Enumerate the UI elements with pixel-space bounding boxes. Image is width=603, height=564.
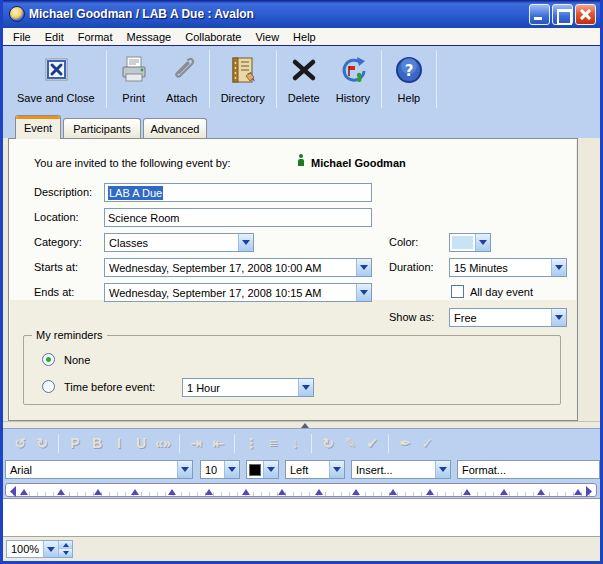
delete-button[interactable]: Delete — [280, 46, 328, 112]
chevron-down-icon — [356, 259, 371, 276]
save-and-close-button[interactable]: Save and Close — [9, 46, 103, 112]
format-dropdown[interactable]: Format... — [457, 460, 600, 479]
color-swatch — [452, 236, 473, 249]
tab-stop-marker[interactable] — [352, 489, 360, 495]
tab-stop-marker[interactable] — [278, 489, 286, 495]
tab-stop-marker[interactable] — [389, 489, 397, 495]
tab-stop-marker[interactable] — [131, 489, 139, 495]
tab-stop-marker[interactable] — [500, 489, 508, 495]
show-as-dropdown[interactable]: Free — [449, 308, 567, 327]
title-bar[interactable]: Michael Goodman / LAB A Due : Avalon — [3, 0, 600, 28]
attach-icon — [166, 51, 198, 89]
reminder-time-radio[interactable] — [42, 380, 55, 393]
menu-file[interactable]: File — [6, 30, 38, 44]
tab-participants[interactable]: Participants — [63, 118, 141, 138]
signature-icon: ✒ — [394, 435, 416, 451]
tab-stop-marker[interactable] — [242, 489, 250, 495]
font-size-dropdown[interactable]: 10 — [200, 460, 240, 479]
tab-stop-marker[interactable] — [20, 489, 28, 495]
history-button[interactable]: History — [328, 46, 378, 112]
toolbar-separator — [381, 50, 382, 108]
insert-down-icon: ↓ — [284, 435, 306, 451]
tab-stop-marker[interactable] — [94, 489, 102, 495]
directory-button[interactable]: Directory — [213, 46, 273, 112]
starts-at-label: Starts at: — [34, 261, 78, 273]
zoom-dropdown-button[interactable] — [43, 541, 58, 557]
tab-stop-marker[interactable] — [315, 489, 323, 495]
alignment-dropdown[interactable]: Left — [285, 460, 345, 479]
tab-stop-marker[interactable] — [168, 489, 176, 495]
zoom-spinner[interactable] — [58, 541, 72, 557]
history-icon — [337, 51, 369, 89]
reminder-none-radio[interactable] — [42, 353, 55, 366]
message-body[interactable] — [3, 498, 600, 536]
italic-icon: I — [108, 435, 130, 451]
font-color-dropdown[interactable] — [246, 460, 279, 479]
tab-strip: Event Participants Advanced — [3, 112, 600, 138]
right-margin-marker[interactable] — [586, 486, 592, 497]
insert-dropdown[interactable]: Insert... — [351, 460, 451, 479]
tab-stop-marker[interactable] — [574, 489, 582, 495]
description-input[interactable]: LAB A Due — [104, 183, 372, 202]
spinner-down-icon[interactable] — [59, 549, 72, 557]
zoom-control[interactable]: 100% — [6, 540, 73, 558]
font-color-swatch — [249, 464, 261, 476]
help-icon: ? — [393, 51, 425, 89]
tab-stop-marker[interactable] — [463, 489, 471, 495]
category-dropdown[interactable]: Classes — [104, 233, 254, 252]
menu-message[interactable]: Message — [120, 30, 179, 44]
menu-collaborate[interactable]: Collaborate — [178, 30, 248, 44]
toolbar-separator — [436, 50, 437, 108]
print-button[interactable]: Print — [110, 46, 158, 112]
color-dropdown[interactable] — [449, 233, 491, 252]
menu-edit[interactable]: Edit — [38, 30, 71, 44]
close-button[interactable] — [575, 4, 596, 25]
menu-format[interactable]: Format — [71, 30, 120, 44]
align-icon: ≡ — [262, 435, 284, 451]
tab-stop-marker[interactable] — [57, 489, 65, 495]
tab-advanced[interactable]: Advanced — [143, 118, 207, 138]
all-day-checkbox[interactable] — [451, 285, 464, 298]
attach-button[interactable]: Attach — [158, 46, 206, 112]
tab-event[interactable]: Event — [15, 115, 61, 139]
starts-at-dropdown[interactable]: Wednesday, September 17, 2008 10:00 AM — [104, 258, 372, 277]
help-button[interactable]: ? Help — [385, 46, 433, 112]
indent-icon: ⇥ — [185, 435, 207, 451]
ends-at-dropdown[interactable]: Wednesday, September 17, 2008 10:15 AM — [104, 283, 372, 302]
tab-stop-marker[interactable] — [205, 489, 213, 495]
chevron-down-icon — [263, 461, 278, 478]
menu-help[interactable]: Help — [286, 30, 323, 44]
ruler[interactable] — [5, 483, 597, 497]
chevron-down-icon — [551, 259, 566, 276]
toolbar-separator — [179, 434, 180, 453]
color-label: Color: — [389, 236, 418, 248]
left-margin-marker[interactable] — [10, 486, 16, 497]
chevron-down-icon — [435, 461, 450, 478]
tab-stop-marker[interactable] — [537, 489, 545, 495]
chevron-down-icon — [551, 309, 566, 326]
tab-stop-marker[interactable] — [426, 489, 434, 495]
chevron-down-icon — [238, 234, 253, 251]
minimize-button[interactable] — [529, 4, 550, 25]
pane-splitter[interactable] — [3, 421, 600, 428]
maximize-button[interactable] — [552, 4, 573, 25]
category-label: Category: — [34, 236, 82, 248]
font-family-dropdown[interactable]: Arial — [5, 460, 193, 479]
ends-at-label: Ends at: — [34, 286, 74, 298]
menu-view[interactable]: View — [248, 30, 286, 44]
chevron-down-icon — [475, 234, 490, 251]
location-input[interactable]: Science Room — [104, 208, 372, 227]
spinner-up-icon[interactable] — [59, 541, 72, 549]
invited-by-label: You are invited to the following event b… — [34, 157, 231, 169]
directory-icon — [227, 51, 259, 89]
plain-icon: P — [64, 435, 86, 451]
toolbar-separator — [234, 434, 235, 453]
reminder-time-dropdown[interactable]: 1 Hour — [182, 378, 314, 397]
formatting-toolbar: ↺ ↻ P B I U «» ⇥ ⇤ ⋮ ≡ ↓ ↻ ✎ ✔ ✒ ✓ — [3, 428, 600, 457]
duration-dropdown[interactable]: 15 Minutes — [449, 258, 567, 277]
main-toolbar: Save and Close Print Attach — [3, 46, 600, 112]
toolbar-separator — [276, 50, 277, 108]
outdent-icon: ⇤ — [207, 435, 229, 451]
chevron-down-icon — [224, 461, 239, 478]
spellcheck-icon: ✓ — [416, 435, 438, 451]
